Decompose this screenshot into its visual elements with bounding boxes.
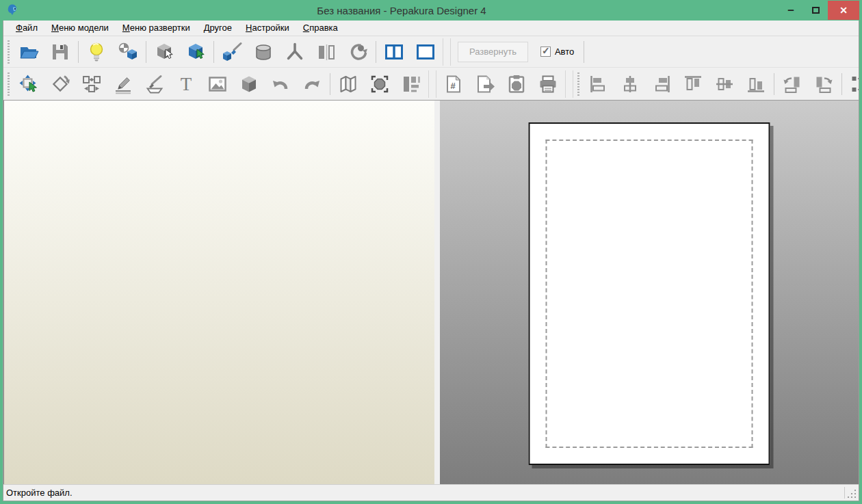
unfold-sheet-button[interactable] [332,70,364,98]
mirror-icon [316,42,337,62]
menu-file[interactable]: Файл [9,21,44,35]
single-pane-layout-button[interactable] [410,38,441,66]
insert-text-button[interactable]: T [170,70,202,98]
toolbar-grip[interactable] [8,72,10,96]
align-center-button[interactable] [614,70,646,98]
rotate-view-icon [348,42,368,62]
toolbar-grip[interactable] [577,72,579,96]
insert-image-button[interactable] [202,70,233,98]
minimize-icon: – [787,7,794,14]
export-page-icon [475,74,495,94]
rotate-part-button[interactable] [44,70,76,98]
align-left-button[interactable] [583,70,614,98]
rotate-left-button[interactable] [776,70,808,98]
join-divide-button[interactable] [76,70,107,98]
align-right-icon [651,74,672,94]
toolbar-separator [584,41,584,63]
align-bottom-button[interactable] [740,70,772,98]
minimize-button[interactable]: – [779,1,803,20]
menu-settings[interactable]: Настройки [239,21,296,35]
two-pane-layout-icon [384,42,404,62]
view-3d-pane[interactable] [3,101,434,484]
select-region-button[interactable] [364,70,395,98]
cube-cursor-gray-icon [154,42,174,62]
undo-button[interactable] [265,70,296,98]
select-region-icon [369,74,390,94]
align-middle-button[interactable] [709,70,740,98]
edit-edge-button[interactable] [107,70,139,98]
cube-3d-button[interactable] [233,70,265,98]
paint-cube-icon [222,42,242,62]
text-icon: T [176,74,196,94]
move-select-button[interactable] [13,70,44,98]
toolbar-separator [146,41,146,63]
move-select-icon [18,74,39,94]
print-icon [538,74,558,94]
rotate-right-icon [813,74,834,94]
cube-cursor-green-icon [185,42,206,62]
rotate-right-button[interactable] [808,70,839,98]
select-3d-blue-button[interactable] [180,38,211,66]
light-button[interactable] [81,38,112,66]
two-pane-layout-button[interactable] [378,38,410,66]
open-file-button[interactable] [13,38,44,66]
axes-button[interactable] [279,38,311,66]
titlebar: Без названия - Pepakura Designer 4 – ✕ [3,0,859,21]
align-top-icon [683,74,703,94]
undo-icon [270,74,291,94]
menu-help[interactable]: Справка [296,21,345,35]
window-controls: – ✕ [779,1,859,20]
align-top-button[interactable] [677,70,709,98]
toolbar-island-boundary [443,38,451,66]
unfold-button[interactable]: Развернуть [458,42,528,62]
page-number-button[interactable]: # [438,70,469,98]
rotate-left-icon [782,74,802,94]
pane-splitter[interactable] [434,101,440,484]
rotate-part-icon [50,74,70,94]
redo-button[interactable] [296,70,328,98]
auto-checkbox-label: Авто [555,47,574,57]
maximize-icon [812,7,820,14]
maximize-button[interactable] [803,1,828,20]
texture-view-button[interactable] [112,38,144,66]
window-title: Без названия - Pepakura Designer 4 [25,5,779,16]
edit-flap-button[interactable] [139,70,170,98]
paper-page [529,122,770,465]
auto-arrange-button[interactable] [844,70,859,98]
menu-other[interactable]: Другое [197,21,239,35]
close-button[interactable]: ✕ [828,1,859,20]
select-3d-gray-button[interactable] [148,38,180,66]
align-center-icon [620,74,640,94]
copy-page-button[interactable] [501,70,532,98]
view-2d-pane[interactable] [440,101,859,484]
menu-model[interactable]: Меню модели [44,21,116,35]
arrange-parts-button[interactable] [395,70,427,98]
single-pane-layout-icon [415,42,436,62]
textured-cube-icon [118,42,138,62]
mirror-button[interactable] [311,38,342,66]
toolbar-separator [376,41,376,63]
join-divide-icon [81,74,102,94]
paint-view-button[interactable] [216,38,248,66]
align-middle-icon [714,74,735,94]
menu-unfold[interactable]: Меню развертки [116,21,197,35]
save-icon [50,42,70,62]
save-file-button[interactable] [44,38,76,66]
resize-grip[interactable] [845,485,859,501]
solid-view-button[interactable] [248,38,279,66]
app-logo-icon [7,3,21,17]
toolbar-grip[interactable] [8,40,10,64]
auto-checkbox[interactable] [540,47,551,57]
export-page-button[interactable] [469,70,501,98]
align-right-button[interactable] [646,70,677,98]
print-button[interactable] [532,70,564,98]
edit-edge-icon [113,74,133,94]
menubar: Файл Меню модели Меню развертки Другое Н… [3,21,859,36]
auto-arrange-icon [850,74,859,94]
svg-text:#: # [450,80,456,90]
page-number-icon: # [443,74,464,94]
copy-page-icon [506,74,527,94]
rotate-view-button[interactable] [342,38,374,66]
status-message: Откройте файл. [6,488,73,498]
toolbar-separator [78,41,79,63]
